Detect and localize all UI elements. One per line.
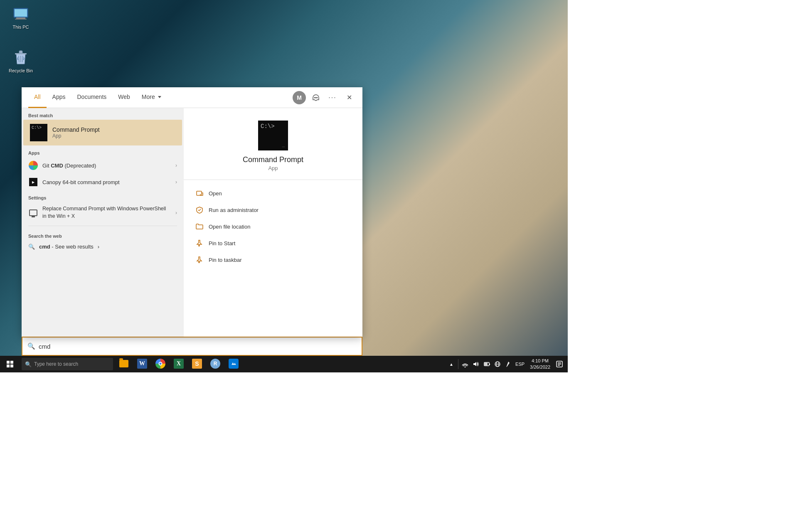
clock-date: 3/26/2022 (530, 364, 550, 370)
web-arrow-icon: › (98, 244, 99, 250)
tab-more[interactable]: More (136, 87, 167, 108)
list-item-replace-cmd[interactable]: Replace Command Prompt with Windows Powe… (22, 202, 184, 223)
file-explorer-icon (119, 360, 128, 367)
search-bar-icon: 🔍 (27, 342, 35, 350)
list-item-git-cmd[interactable]: Git CMD (Deprecated) › (22, 157, 184, 174)
chevron-up-icon: ▲ (449, 362, 453, 367)
desktop-icon-recycle-bin[interactable]: Recycle Bin (4, 48, 37, 75)
stack-icon: S (192, 359, 202, 369)
tab-apps[interactable]: Apps (47, 87, 71, 108)
pin-taskbar-icon (195, 256, 204, 264)
list-item-web-search[interactable]: 🔍 cmd - See web results › (22, 240, 184, 253)
right-app-name: Command Prompt (243, 155, 303, 164)
right-actions: Open Run as administrator (184, 180, 362, 273)
canopy-icon: ▶ (28, 177, 38, 187)
this-pc-icon (12, 6, 29, 22)
volume-icon[interactable] (471, 356, 481, 372)
taskbar-app-rstudio[interactable]: R (206, 356, 224, 372)
tab-web[interactable]: Web (112, 87, 136, 108)
svg-rect-8 (197, 191, 202, 195)
svg-rect-3 (15, 19, 27, 20)
taskbar-tray: ▲ ESP (443, 356, 568, 372)
search-input[interactable]: cmd (39, 343, 357, 350)
desktop-icon-this-pc[interactable]: This PC (4, 4, 37, 32)
pin-start-icon (195, 239, 204, 247)
web-search-icon: 🔍 (28, 244, 35, 250)
more-chevron-icon (158, 96, 161, 98)
desktop: This PC Recycle Bin 🔍 cmd A (0, 0, 568, 372)
divider (28, 226, 177, 226)
pen-icon[interactable] (503, 356, 513, 372)
action-pin-taskbar[interactable]: Pin to taskbar (192, 251, 354, 268)
action-open-location[interactable]: Open file location (192, 218, 354, 235)
taskbar: 🔍 Type here to search W (0, 356, 568, 372)
language-icon[interactable] (493, 356, 502, 372)
recycle-bin-label: Recycle Bin (9, 68, 33, 74)
language-label[interactable]: ESP (514, 356, 526, 372)
tray-chevron-button[interactable]: ▲ (446, 356, 456, 372)
taskbar-app-stack[interactable]: S (188, 356, 206, 372)
best-match-text: Command Prompt App (52, 126, 100, 139)
git-cmd-label: Git CMD (Deprecated) (42, 163, 96, 169)
taskbar-apps: W X S (115, 356, 443, 372)
settings-arrow-icon: › (175, 210, 177, 216)
apps-section-title: Apps (22, 145, 184, 157)
canopy-label: Canopy 64-bit command prompt (42, 179, 120, 185)
taskbar-app-whiteboard[interactable] (224, 356, 243, 372)
menu-tabs: All Apps Documents Web More M (22, 87, 362, 108)
settings-section-title: Settings (22, 190, 184, 202)
action-run-admin[interactable]: Run as administrator (192, 202, 354, 218)
notification-icon[interactable] (554, 356, 564, 372)
start-menu: All Apps Documents Web More M (22, 87, 362, 337)
more-options-icon[interactable]: ··· (326, 91, 339, 104)
right-app-icon: C:\> _ (258, 121, 288, 150)
user-avatar[interactable]: M (293, 91, 306, 104)
chrome-icon (155, 359, 165, 369)
whiteboard-icon (229, 359, 239, 369)
best-match-item[interactable]: Command Prompt App (23, 120, 182, 145)
taskbar-app-chrome[interactable] (151, 356, 170, 372)
clock-time: 4:10 PM (532, 358, 549, 364)
word-icon: W (137, 359, 147, 369)
svg-point-9 (465, 367, 466, 368)
taskbar-app-file-explorer[interactable] (115, 356, 133, 372)
action-run-admin-label: Run as administrator (209, 207, 259, 213)
svg-rect-2 (16, 17, 25, 19)
taskbar-app-word[interactable]: W (133, 356, 151, 372)
feedback-icon[interactable] (309, 91, 323, 104)
taskbar-search-icon: 🔍 (25, 361, 32, 367)
right-app-type: App (268, 165, 278, 171)
git-cmd-icon (28, 160, 38, 170)
tray-separator (458, 359, 458, 369)
best-match-name: Command Prompt (52, 126, 100, 133)
action-pin-taskbar-label: Pin to taskbar (209, 257, 242, 263)
network-icon[interactable] (460, 356, 470, 372)
taskbar-search-placeholder: Type here to search (34, 361, 78, 367)
tab-documents[interactable]: Documents (71, 87, 112, 108)
best-match-title: Best match (22, 108, 184, 120)
right-header: C:\> _ Command Prompt App (184, 108, 362, 180)
menu-body: Best match Command Prompt App Apps (22, 108, 362, 337)
taskbar-search[interactable]: 🔍 Type here to search (22, 358, 113, 370)
rstudio-icon: R (210, 359, 220, 369)
action-open[interactable]: Open (192, 185, 354, 202)
best-match-app-icon (30, 124, 47, 141)
list-item-canopy[interactable]: ▶ Canopy 64-bit command prompt › (22, 174, 184, 190)
action-pin-start[interactable]: Pin to Start (192, 235, 354, 251)
close-button[interactable]: ✕ (342, 91, 356, 104)
tab-all[interactable]: All (28, 87, 47, 108)
shield-icon (195, 206, 204, 214)
action-open-location-label: Open file location (209, 224, 250, 230)
git-cmd-arrow-icon: › (175, 163, 177, 168)
web-search-label: cmd - See web results (39, 244, 94, 250)
taskbar-app-excel[interactable]: X (170, 356, 188, 372)
start-button[interactable] (0, 356, 20, 372)
windows-logo-icon (7, 361, 13, 367)
power-icon[interactable] (482, 356, 492, 372)
settings-monitor-icon (28, 208, 38, 218)
menu-left-panel: Best match Command Prompt App Apps (22, 108, 184, 337)
system-clock[interactable]: 4:10 PM 3/26/2022 (527, 356, 554, 372)
best-match-type: App (52, 133, 100, 139)
search-bar[interactable]: 🔍 cmd (22, 337, 362, 356)
menu-right-panel: C:\> _ Command Prompt App (184, 108, 362, 337)
